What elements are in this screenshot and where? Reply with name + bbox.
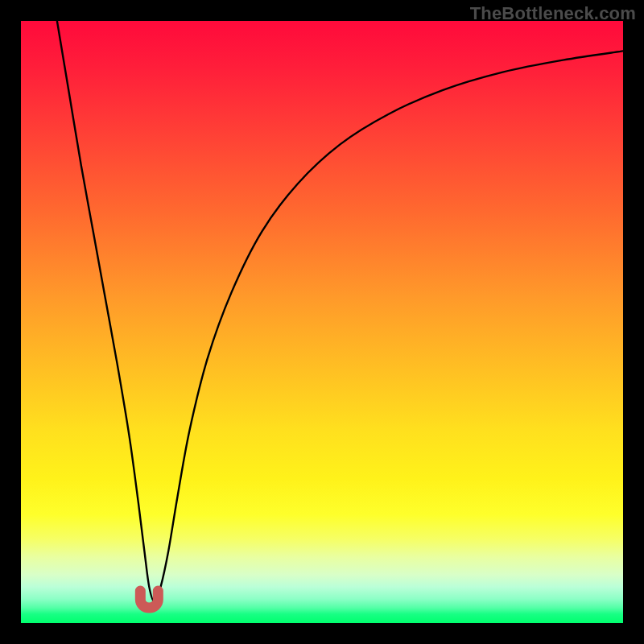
curve-layer bbox=[21, 21, 623, 623]
u-marker-icon bbox=[140, 591, 158, 608]
bottleneck-curve bbox=[57, 21, 623, 602]
watermark-text: TheBottleneck.com bbox=[470, 3, 636, 24]
outer-black-frame: TheBottleneck.com bbox=[0, 0, 644, 644]
gradient-plot-area bbox=[21, 21, 623, 623]
